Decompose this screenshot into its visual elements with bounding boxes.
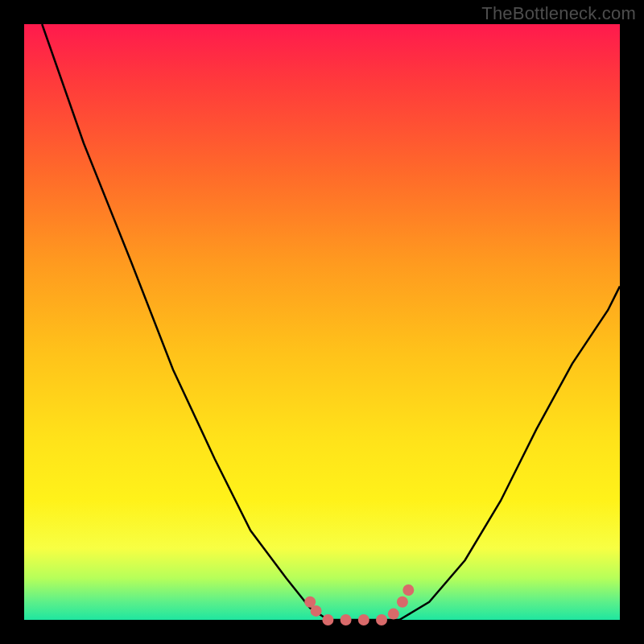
valley-marker — [402, 584, 414, 596]
valley-marker — [341, 614, 352, 625]
watermark-text: TheBottleneck.com — [481, 3, 636, 24]
valley-marker — [358, 614, 369, 625]
bottleneck-curve-left — [42, 24, 328, 620]
bottleneck-curve-right — [399, 287, 620, 620]
valley-marker — [388, 609, 399, 620]
valley-marker — [376, 614, 387, 625]
valley-marker — [397, 597, 408, 608]
valley-marker — [322, 614, 333, 625]
plot-svg — [24, 24, 620, 620]
plot-area — [24, 24, 620, 620]
chart-stage: TheBottleneck.com — [0, 0, 644, 644]
valley-marker — [311, 605, 322, 617]
